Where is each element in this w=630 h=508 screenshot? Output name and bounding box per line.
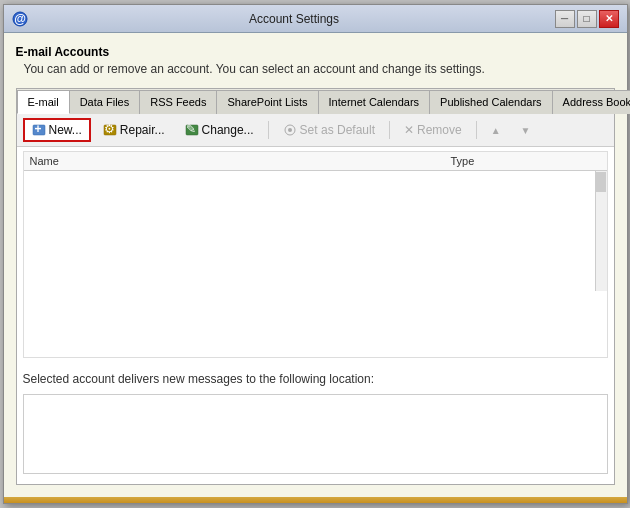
- app-icon: @: [12, 11, 28, 27]
- move-down-button: ▼: [513, 121, 539, 140]
- bottom-accent-bar: [4, 497, 627, 503]
- svg-point-9: [288, 128, 292, 132]
- info-title: E-mail Accounts: [16, 45, 615, 59]
- change-label: Change...: [202, 123, 254, 137]
- remove-x-icon: ✕: [404, 123, 414, 137]
- tab-data-files[interactable]: Data Files: [69, 90, 141, 114]
- toolbar-separator2: [389, 121, 390, 139]
- new-button[interactable]: + New...: [23, 118, 91, 142]
- repair-icon: ⚙: [103, 123, 117, 137]
- accounts-table: Name Type: [23, 151, 608, 358]
- set-default-label: Set as Default: [300, 123, 375, 137]
- toolbar-separator: [268, 121, 269, 139]
- col-type-header: Type: [451, 155, 601, 167]
- table-body[interactable]: [24, 171, 607, 291]
- close-button[interactable]: ✕: [599, 10, 619, 28]
- new-icon: +: [32, 123, 46, 137]
- tabs-row: E-mail Data Files RSS Feeds SharePoint L…: [17, 89, 614, 114]
- info-section: E-mail Accounts You can add or remove an…: [16, 45, 615, 76]
- title-bar: @ Account Settings ─ □ ✕: [4, 5, 627, 33]
- svg-text:✎: ✎: [186, 123, 196, 136]
- move-up-button: ▲: [483, 121, 509, 140]
- window-body: E-mail Accounts You can add or remove an…: [4, 33, 627, 497]
- delivery-location-box: [23, 394, 608, 474]
- tabs-container: E-mail Data Files RSS Feeds SharePoint L…: [16, 88, 615, 485]
- remove-label: Remove: [417, 123, 462, 137]
- scrollbar-thumb: [596, 172, 606, 192]
- new-label: New...: [49, 123, 82, 137]
- toolbar: + New... ⚙ Repair...: [17, 114, 614, 147]
- status-text: Selected account delivers new messages t…: [23, 372, 608, 386]
- table-header: Name Type: [24, 152, 607, 171]
- svg-text:@: @: [14, 12, 26, 26]
- toolbar-separator3: [476, 121, 477, 139]
- info-description: You can add or remove an account. You ca…: [16, 62, 615, 76]
- tab-email[interactable]: E-mail: [17, 90, 70, 114]
- account-settings-window: @ Account Settings ─ □ ✕ E-mail Accounts…: [3, 4, 628, 504]
- change-button[interactable]: ✎ Change...: [177, 119, 262, 141]
- svg-text:+: +: [34, 123, 41, 136]
- tab-rss-feeds[interactable]: RSS Feeds: [139, 90, 217, 114]
- repair-label: Repair...: [120, 123, 165, 137]
- repair-button[interactable]: ⚙ Repair...: [95, 119, 173, 141]
- tab-published-calendars[interactable]: Published Calendars: [429, 90, 553, 114]
- change-icon: ✎: [185, 123, 199, 137]
- window-title: Account Settings: [34, 12, 555, 26]
- scrollbar[interactable]: [595, 171, 607, 291]
- maximize-button[interactable]: □: [577, 10, 597, 28]
- col-name-header: Name: [30, 155, 451, 167]
- tab-address-books[interactable]: Address Books: [552, 90, 630, 114]
- status-section: Selected account delivers new messages t…: [17, 362, 614, 484]
- set-default-button: Set as Default: [275, 119, 383, 141]
- minimize-button[interactable]: ─: [555, 10, 575, 28]
- set-default-icon: [283, 123, 297, 137]
- up-icon: ▲: [491, 125, 501, 136]
- remove-button: ✕ Remove: [396, 119, 470, 141]
- svg-text:⚙: ⚙: [103, 123, 114, 136]
- tab-internet-calendars[interactable]: Internet Calendars: [318, 90, 431, 114]
- down-icon: ▼: [521, 125, 531, 136]
- window-controls: ─ □ ✕: [555, 10, 619, 28]
- tab-sharepoint[interactable]: SharePoint Lists: [216, 90, 318, 114]
- tab-email-content: + New... ⚙ Repair...: [17, 114, 614, 484]
